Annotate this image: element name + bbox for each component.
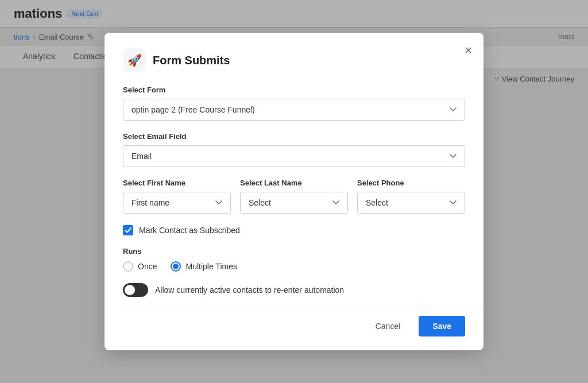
modal-overlay: 🚀 Form Submits × Select Form optin page … <box>0 0 588 383</box>
last-name-label: Select Last Name <box>240 179 348 187</box>
radio-once[interactable]: Once <box>123 261 157 272</box>
phone-label: Select Phone <box>357 179 465 187</box>
radio-multiple[interactable]: Multiple Times <box>171 261 237 272</box>
toggle-label: Allow currently active contacts to re-en… <box>155 285 344 295</box>
last-name-dropdown[interactable]: Select <box>240 192 348 214</box>
first-name-dropdown[interactable]: First name <box>123 192 231 214</box>
form-submits-modal: 🚀 Form Submits × Select Form optin page … <box>105 33 483 350</box>
modal-footer: Cancel Save <box>123 311 465 336</box>
toggle-knob <box>125 285 135 295</box>
select-form-group: Select Form optin page 2 (Free Course Fu… <box>123 86 465 121</box>
runs-section: Runs Once Multiple Times <box>123 247 465 272</box>
toggle-row: Allow currently active contacts to re-en… <box>123 283 465 297</box>
radio-row: Once Multiple Times <box>123 261 465 272</box>
select-email-field-group: Select Email Field Email <box>123 132 465 167</box>
select-form-label: Select Form <box>123 86 465 94</box>
first-name-group: Select First Name First name <box>123 179 231 214</box>
radio-multiple-label: Multiple Times <box>185 262 237 271</box>
radio-once-label: Once <box>138 262 157 271</box>
subscribed-checkbox[interactable] <box>123 225 133 235</box>
reenter-toggle[interactable] <box>123 283 148 297</box>
phone-dropdown[interactable]: Select <box>357 192 465 214</box>
modal-icon: 🚀 <box>123 49 146 72</box>
subscribed-label: Mark Contact as Subscribed <box>139 226 240 235</box>
select-form-dropdown[interactable]: optin page 2 (Free Course Funnel) <box>123 99 465 121</box>
save-button[interactable]: Save <box>419 316 465 336</box>
close-button[interactable]: × <box>465 44 472 57</box>
modal-header: 🚀 Form Submits <box>123 49 465 72</box>
runs-label: Runs <box>123 247 465 256</box>
rocket-icon: 🚀 <box>127 53 142 67</box>
cancel-button[interactable]: Cancel <box>364 316 412 336</box>
last-name-group: Select Last Name Select <box>240 179 348 214</box>
select-email-field-dropdown[interactable]: Email <box>123 145 465 167</box>
radio-multiple-circle <box>171 261 181 272</box>
first-name-label: Select First Name <box>123 179 231 187</box>
radio-multiple-inner <box>173 264 179 269</box>
name-phone-fields: Select First Name First name Select Last… <box>123 179 465 214</box>
phone-group: Select Phone Select <box>357 179 465 214</box>
subscribed-checkbox-row[interactable]: Mark Contact as Subscribed <box>123 225 465 235</box>
select-email-field-label: Select Email Field <box>123 132 465 141</box>
modal-title: Form Submits <box>153 54 230 67</box>
radio-once-circle <box>123 261 133 272</box>
checkmark-icon <box>125 227 131 234</box>
